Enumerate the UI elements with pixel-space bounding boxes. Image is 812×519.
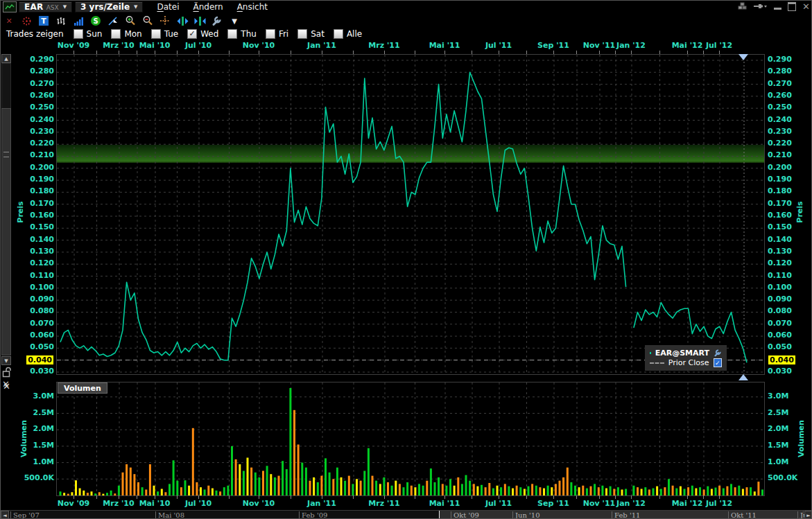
price-chart[interactable] [56,54,765,378]
axis-tick [177,495,178,499]
range-track-label: Feb '09 [299,511,327,519]
weekday-filter-thu[interactable]: Thu [227,29,257,39]
weekday-filter-tue[interactable]: Tue [151,29,179,39]
volume-chart[interactable] [56,382,765,499]
price-tick-label: 0.080 [30,306,54,315]
price-plot-svg[interactable] [56,54,765,375]
price-tick-label: 0.140 [768,235,792,244]
text-tool-icon[interactable]: T [37,15,50,27]
month-label: Mrz '11 [368,41,399,50]
weekday-filter-alle[interactable]: Alle [334,29,362,39]
crosshair-icon[interactable] [159,15,171,27]
price-tick-label: 0.270 [30,79,54,88]
month-label: Mai '10 [139,41,171,50]
price-tick-label: 0.120 [768,258,792,267]
checkbox[interactable] [266,29,275,39]
checkbox[interactable] [151,29,161,39]
hilo-bars-icon[interactable] [55,15,67,27]
price-tick-label: 0.240 [30,115,54,124]
weekday-filter-fri[interactable]: Fri [266,29,288,39]
price-tick-label: 0.230 [30,127,54,136]
expand-horizontal-icon[interactable] [176,15,189,27]
price-tick-label: 0.130 [768,247,792,256]
cursor-handle-bottom-icon[interactable] [738,374,748,380]
price-tick-label: 0.070 [30,319,54,328]
price-tick-label: 0.110 [30,271,54,280]
axis-tick [719,495,720,499]
checkbox[interactable] [111,29,121,39]
zoom-in-icon[interactable] [124,15,137,27]
volume-plot-svg[interactable] [56,382,765,496]
month-label: Mai '12 [672,499,703,508]
trendline-tool-icon[interactable] [107,15,119,27]
price-tick-label: 0.210 [30,150,54,159]
month-label: Mrz '11 [368,499,399,508]
axis-tick [291,495,291,499]
symbol-selector[interactable]: EAR ASX ▼ [19,1,72,12]
timeframe-selector[interactable]: 3 yrs/Zeile ▼ [75,1,143,12]
menu-ansicht[interactable]: Ansicht [237,2,268,12]
checkbox[interactable] [297,29,307,39]
minimize-button[interactable] [774,1,781,11]
compress-horizontal-icon[interactable] [193,15,206,27]
range-track-label: Sep '07 [10,511,40,519]
time-range-scrollbar[interactable]: ◄ Okt '09Jun '10Feb '11Okt '11Jun '12 ► … [1,510,812,519]
weekday-filter-mon[interactable]: Mon [111,29,141,39]
weekday-label: Mon [124,29,141,39]
month-label: Jul '11 [485,499,512,508]
weekday-filter-sat[interactable]: Sat [297,29,325,39]
price-tick-label: 0.290 [30,55,54,64]
volume-tick-label: 3.0M [768,392,788,401]
maximize-button[interactable] [788,1,796,11]
close-button[interactable]: ✕ [802,1,810,11]
volume-tick-label: 3.0M [33,392,54,401]
more-tools-icon[interactable]: ▼ [228,15,241,27]
price-tick-label: 0.150 [30,222,54,231]
volume-panel-tab[interactable]: Volumen [58,382,107,394]
time-range-thumb[interactable]: Okt '09Jun '10Feb '11Okt '11Jun '12 [439,511,804,519]
volume-tick-label: 1.0M [33,457,54,466]
menu-bar: DateiÄndernAnsicht [150,2,275,12]
axis-tick [415,495,415,499]
volume-bars-icon[interactable] [72,15,85,27]
weekday-label: Wed [200,29,218,39]
zoom-out-icon[interactable] [141,15,154,27]
target-icon[interactable] [20,15,33,27]
month-label: Mai '10 [139,499,171,508]
checkbox[interactable] [334,29,343,39]
price-axis-right: 0.2900.2800.2700.2600.2500.2400.2300.220… [766,54,811,373]
scroll-left-button[interactable]: ◄ [1,511,9,519]
volume-tick-label: 1.5M [33,441,54,450]
price-scale-icon[interactable]: S [89,15,102,27]
price-tick-label: 0.120 [30,258,54,267]
menu-datei[interactable]: Datei [157,2,179,12]
cursor-handle-top-icon[interactable] [738,54,748,60]
price-tick-label: 0.100 [768,283,792,292]
axis-tick [576,495,577,499]
menu-ändern[interactable]: Ändern [193,2,223,12]
price-tick-label: 0.200 [768,163,792,172]
workspace-icon[interactable] [738,1,748,11]
delete-icon[interactable]: ✕ [3,15,15,27]
checkbox[interactable]: ✓ [187,29,197,39]
volume-tick-label: 2.5M [768,408,788,417]
range-thumb-label: Okt '09 [451,511,479,519]
weekday-label: Sun [87,29,103,39]
price-tick-label: 0.030 [768,367,792,376]
volume-tick-label: 1.5M [768,441,788,450]
prior-close-checkbox[interactable]: ✓ [714,358,722,367]
price-tick-label: 0.160 [30,211,54,220]
settings-wrench-icon[interactable] [211,15,223,27]
pin-icon[interactable] [754,1,768,11]
month-label: Nov '10 [243,41,275,50]
series-name: EAR@SMART [655,349,709,358]
weekday-filter-sun[interactable]: Sun [74,29,103,39]
exchange-code: ASX [46,4,59,11]
checkbox[interactable] [227,29,237,39]
price-tick-label: 0.060 [768,331,792,340]
month-label: Mrz '10 [103,499,134,508]
checkbox[interactable] [74,29,83,39]
scroll-right-button[interactable]: ► [804,511,812,519]
weekday-filter-wed[interactable]: ✓Wed [187,29,218,39]
legend: EAR@SMART Prior Close ✓ [645,345,727,371]
